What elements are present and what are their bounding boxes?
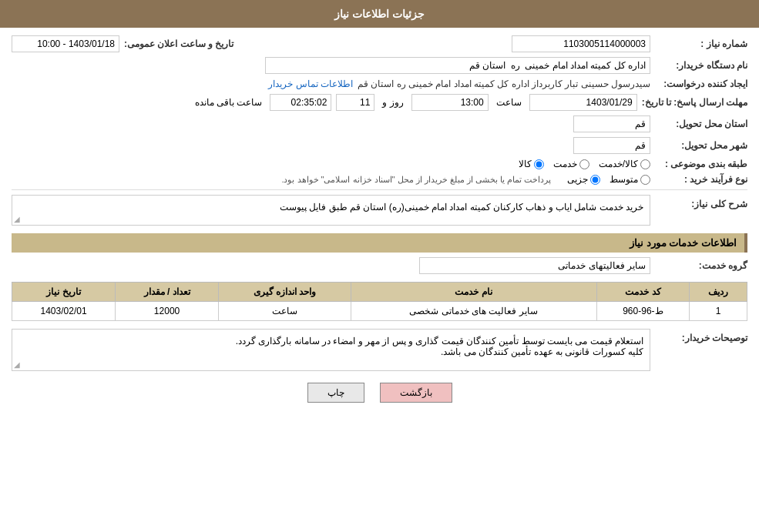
service-group-input[interactable] [419,257,650,274]
th-quantity: تعداد / مقدار [116,283,219,302]
creator-label: ایجاد کننده درخواست: [655,79,747,89]
th-unit: واحد اندازه گیری [219,283,351,302]
buyer-label: نام دستگاه خریدار: [655,60,747,71]
th-row: ردیف [690,283,747,302]
radio-kala-khedmat-label: کالا/خدمت [599,159,638,169]
radio-kala-khedmat-input[interactable] [640,159,650,169]
resize-icon: ◢ [14,215,20,223]
row-deadline: مهلت ارسال پاسخ: تا تاریخ: ساعت روز و سا… [12,94,747,111]
need-desc-text: خرید خدمت شامل ایاب و ذهاب کارکنان کمیته… [280,202,643,212]
td-date: 1403/02/01 [12,302,116,321]
td-quantity: 12000 [116,302,219,321]
back-button[interactable]: بازگشت [380,383,452,403]
row-need-number: شماره نیاز : تاریخ و ساعت اعلان عمومی: [12,35,747,52]
need-desc-label: شرح کلی نیاز: [655,195,747,209]
row-purchase-type: نوع فرآیند خرید : متوسط جزیی پرداخت تمام… [12,174,747,185]
services-table: ردیف کد خدمت نام خدمت واحد اندازه گیری ت… [12,282,747,321]
remaining-label: ساعت باقی مانده [195,97,263,108]
row-need-desc: شرح کلی نیاز: خرید خدمت شامل ایاب و ذهاب… [12,195,747,226]
th-code: کد خدمت [596,283,690,302]
radio-khedmat[interactable]: خدمت [553,159,589,169]
row-service-group: گروه خدمت: [12,257,747,274]
days-label: روز و [382,97,403,108]
table-header-row: ردیف کد خدمت نام خدمت واحد اندازه گیری ت… [12,283,747,302]
page-header: جزئیات اطلاعات نیاز [0,0,759,28]
radio-kala-input[interactable] [534,159,544,169]
radio-jozi-label: جزیی [567,174,588,185]
resize-icon-2: ◢ [14,360,20,369]
page-title: جزئیات اطلاعات نیاز [334,8,425,20]
td-unit: ساعت [219,302,351,321]
separator-1 [12,189,747,190]
announce-datetime-input[interactable] [12,35,119,52]
print-button[interactable]: چاپ [307,383,364,403]
purchase-type-label: نوع فرآیند خرید : [655,174,747,185]
buyer-notes-text: استعلام قیمت می بایست توسط تأمین کنندگان… [18,336,643,357]
radio-motavaset-label: متوسط [610,174,638,185]
radio-kala-khedmat[interactable]: کالا/خدمت [599,159,650,169]
row-category: طبقه بندی موضوعی : کالا/خدمت خدمت کالا [12,159,747,169]
announce-datetime-label: تاریخ و ساعت اعلان عمومی: [124,38,233,49]
need-desc-box: خرید خدمت شامل ایاب و ذهاب کارکنان کمیته… [12,195,650,226]
time-label: ساعت [496,97,522,108]
th-date: تاریخ نیاز [12,283,116,302]
radio-kala[interactable]: کالا [519,159,544,169]
service-group-label: گروه خدمت: [655,260,747,271]
buyer-input[interactable] [265,57,650,74]
need-number-label: شماره نیاز : [655,38,747,49]
radio-khedmat-label: خدمت [553,159,577,169]
category-label: طبقه بندی موضوعی : [655,159,747,169]
radio-motavaset[interactable]: متوسط [610,174,650,185]
services-table-section: ردیف کد خدمت نام خدمت واحد اندازه گیری ت… [12,282,747,321]
city-input[interactable] [573,137,650,154]
table-row: 1ط-96-960سایر فعالیت های خدماتی شخصیساعت… [12,302,747,321]
radio-kala-label: کالا [519,159,532,169]
radio-jozi[interactable]: جزیی [567,174,600,185]
deadline-time-input[interactable] [411,94,489,111]
bottom-buttons: بازگشت چاپ [12,383,747,403]
deadline-date-input[interactable] [529,94,637,111]
row-province: استان محل تحویل: [12,115,747,132]
row-buyer: نام دستگاه خریدار: [12,57,747,74]
days-input[interactable] [336,94,374,111]
province-input[interactable] [573,115,650,132]
remaining-input[interactable] [270,94,331,111]
td-row: 1 [690,302,747,321]
purchase-note: پرداخت تمام یا بخشی از مبلغ خریدار از مح… [281,175,551,185]
province-label: استان محل تحویل: [655,119,747,129]
main-content: شماره نیاز : تاریخ و ساعت اعلان عمومی: ن… [0,28,759,422]
row-buyer-notes: توصیحات خریدار: استعلام قیمت می بایست تو… [12,329,747,371]
send-deadline-label: مهلت ارسال پاسخ: تا تاریخ: [642,97,747,108]
radio-jozi-input[interactable] [590,175,600,185]
category-radio-group: کالا/خدمت خدمت کالا [519,159,650,169]
purchase-type-radio-group: متوسط جزیی [567,174,650,185]
creator-link[interactable]: اطلاعات تماس خریدار [268,79,353,89]
city-label: شهر محل تحویل: [655,140,747,151]
page-container: جزئیات اطلاعات نیاز شماره نیاز : تاریخ و… [0,0,759,532]
buyer-notes-box: استعلام قیمت می بایست توسط تأمین کنندگان… [12,329,650,371]
td-code: ط-96-960 [596,302,690,321]
services-header-text: اطلاعات خدمات مورد نیاز [630,237,737,249]
creator-name: سیدرسول حسینی تبار کاربرداز اداره کل کمی… [358,79,650,89]
need-number-input[interactable] [512,35,650,52]
radio-motavaset-input[interactable] [640,175,650,185]
buyer-notes-label: توصیحات خریدار: [655,329,747,343]
td-name: سایر فعالیت های خدماتی شخصی [351,302,596,321]
row-creator: ایجاد کننده درخواست: سیدرسول حسینی تبار … [12,79,747,89]
th-name: نام خدمت [351,283,596,302]
radio-khedmat-input[interactable] [579,159,589,169]
services-section-header: اطلاعات خدمات مورد نیاز [12,233,747,253]
row-city: شهر محل تحویل: [12,137,747,154]
